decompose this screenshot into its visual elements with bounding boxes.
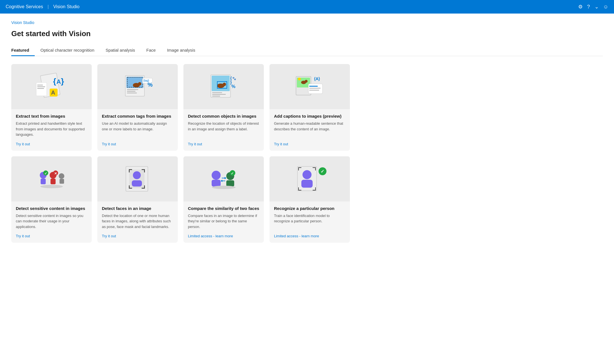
- recognize-person-illustration: ✓: [291, 161, 328, 197]
- svg-rect-21: [127, 89, 138, 90]
- svg-rect-65: [212, 180, 221, 187]
- card-grid-row2: ✓ ✕ Detect sensitive content in images D…: [11, 156, 350, 243]
- tab-face[interactable]: Face: [141, 45, 161, 56]
- nav-subtitle: Vision Studio: [53, 4, 80, 9]
- svg-rect-49: [41, 179, 46, 184]
- card-add-captions-title: Add captions to images (preview): [274, 114, 345, 119]
- card-compare-faces: ✓ Compare the similarity of two faces Co…: [183, 156, 264, 243]
- nav-brand: Cognitive Services | Vision Studio: [6, 4, 80, 9]
- card-extract-text-image: { A } A: [11, 64, 92, 109]
- card-compare-faces-title: Compare the similarity of two faces: [188, 206, 259, 211]
- card-compare-faces-link[interactable]: Limited access - learn more: [188, 234, 259, 238]
- card-detect-sensitive-image: ✓ ✕: [11, 156, 92, 201]
- card-detect-sensitive: ✓ ✕ Detect sensitive content in images D…: [11, 156, 92, 243]
- card-detect-objects-image: { 🐾 } %: [183, 64, 264, 109]
- detect-faces-illustration: [119, 161, 156, 197]
- card-detect-objects-link[interactable]: Try it out: [188, 142, 259, 146]
- card-recognize-person-title: Recognize a particular person: [274, 206, 345, 211]
- svg-rect-6: [37, 88, 44, 89]
- card-extract-text-link[interactable]: Try it out: [16, 142, 87, 146]
- card-detect-sensitive-link[interactable]: Try it out: [16, 234, 87, 238]
- add-captions-illustration: {A}: [291, 68, 328, 105]
- card-recognize-person-body: Recognize a particular person Train a fa…: [269, 201, 350, 243]
- card-add-captions: {A} Add captions to images (preview) Gen…: [269, 64, 350, 151]
- card-extract-tags-title: Extract common tags from images: [102, 114, 173, 119]
- card-detect-faces: Detect faces in an image Detect the loca…: [97, 156, 178, 243]
- tab-image-analysis[interactable]: Image analysis: [161, 45, 201, 56]
- extract-text-illustration: { A } A: [33, 68, 70, 105]
- svg-rect-5: [37, 86, 45, 87]
- tab-featured[interactable]: Featured: [11, 45, 35, 56]
- svg-point-16: [138, 82, 141, 85]
- card-extract-text-body: Extract text from images Extract printed…: [11, 109, 92, 151]
- card-recognize-person-link[interactable]: Limited access - learn more: [274, 234, 345, 238]
- card-detect-faces-body: Detect faces in an image Detect the loca…: [97, 201, 178, 243]
- svg-rect-67: [226, 180, 234, 187]
- card-detect-faces-image: [97, 156, 178, 201]
- card-detect-objects-title: Detect common objects in images: [188, 114, 259, 119]
- svg-rect-35: [212, 94, 226, 95]
- svg-text:{A}: {A}: [314, 76, 320, 81]
- nav-icons: ⚙ ? ⌄ ☺: [578, 4, 608, 10]
- svg-rect-63: [132, 180, 142, 187]
- card-extract-text-title: Extract text from images: [16, 114, 87, 119]
- compare-faces-illustration: ✓: [205, 161, 242, 197]
- svg-text:✓: ✓: [321, 169, 324, 174]
- card-extract-tags-body: Extract common tags from images Use an A…: [97, 109, 178, 151]
- svg-rect-44: [309, 86, 318, 87]
- svg-rect-53: [51, 179, 56, 184]
- svg-rect-4: [37, 85, 43, 85]
- card-detect-sensitive-title: Detect sensitive content in images: [16, 206, 87, 211]
- svg-marker-71: [221, 180, 222, 182]
- user-avatar-icon[interactable]: ☺: [603, 4, 608, 10]
- svg-rect-46: [309, 90, 319, 91]
- svg-point-58: [40, 185, 63, 188]
- card-extract-text: { A } A Extract text from images Extract…: [11, 64, 92, 151]
- card-recognize-person-description: Train a face identification model to rec…: [274, 213, 345, 230]
- svg-text:A: A: [56, 78, 61, 85]
- svg-rect-76: [301, 180, 313, 188]
- card-compare-faces-image: ✓: [183, 156, 264, 201]
- card-add-captions-image: {A}: [269, 64, 350, 109]
- svg-rect-45: [309, 88, 321, 89]
- card-compare-faces-body: Compare the similarity of two faces Comp…: [183, 201, 264, 243]
- svg-point-62: [133, 171, 141, 179]
- breadcrumb[interactable]: Vision Studio: [11, 20, 603, 25]
- nav-title: Cognitive Services: [6, 4, 43, 9]
- main-content: Vision Studio Get started with Vision Fe…: [0, 14, 614, 364]
- svg-text:%: %: [148, 82, 153, 88]
- extract-tags-illustration: {tag} %: [119, 68, 156, 105]
- svg-point-64: [212, 171, 221, 180]
- card-extract-tags-link[interactable]: Try it out: [102, 142, 173, 146]
- svg-rect-43: [308, 84, 323, 94]
- svg-point-72: [212, 186, 236, 189]
- svg-text:A: A: [51, 89, 55, 96]
- svg-point-75: [302, 170, 312, 179]
- card-add-captions-body: Add captions to images (preview) Generat…: [269, 109, 350, 151]
- card-recognize-person-image: ✓: [269, 156, 350, 201]
- card-detect-objects-description: Recognize the location of objects of int…: [188, 121, 259, 137]
- card-recognize-person: ✓ Recognize a particular person Train a …: [269, 156, 350, 243]
- svg-text:%: %: [231, 84, 235, 89]
- card-add-captions-link[interactable]: Try it out: [274, 142, 345, 146]
- tab-ocr[interactable]: Optical character recognition: [35, 45, 100, 56]
- svg-text:✓: ✓: [231, 172, 234, 176]
- svg-text:✕: ✕: [54, 172, 57, 176]
- card-extract-tags-image: {tag} %: [97, 64, 178, 109]
- top-navigation: Cognitive Services | Vision Studio ⚙ ? ⌄…: [0, 0, 614, 14]
- card-compare-faces-description: Compare faces in an image to determine i…: [188, 213, 259, 230]
- nav-divider: |: [48, 4, 49, 9]
- card-extract-tags-description: Use an AI model to automatically assign …: [102, 121, 173, 137]
- tab-spatial[interactable]: Spatial analysis: [100, 45, 141, 56]
- card-extract-tags: {tag} % Extract common tags from images …: [97, 64, 178, 151]
- gear-icon[interactable]: ⚙: [578, 4, 583, 10]
- svg-text:🐾: 🐾: [232, 76, 236, 80]
- help-icon[interactable]: ?: [587, 4, 590, 10]
- page-title: Get started with Vision: [11, 29, 603, 38]
- card-extract-text-description: Extract printed and handwritten style te…: [16, 121, 87, 137]
- chevron-down-icon[interactable]: ⌄: [595, 4, 599, 10]
- svg-text:{: {: [53, 77, 56, 85]
- card-detect-faces-link[interactable]: Try it out: [102, 234, 173, 238]
- detect-objects-illustration: { 🐾 } %: [205, 68, 242, 105]
- svg-point-42: [298, 78, 301, 80]
